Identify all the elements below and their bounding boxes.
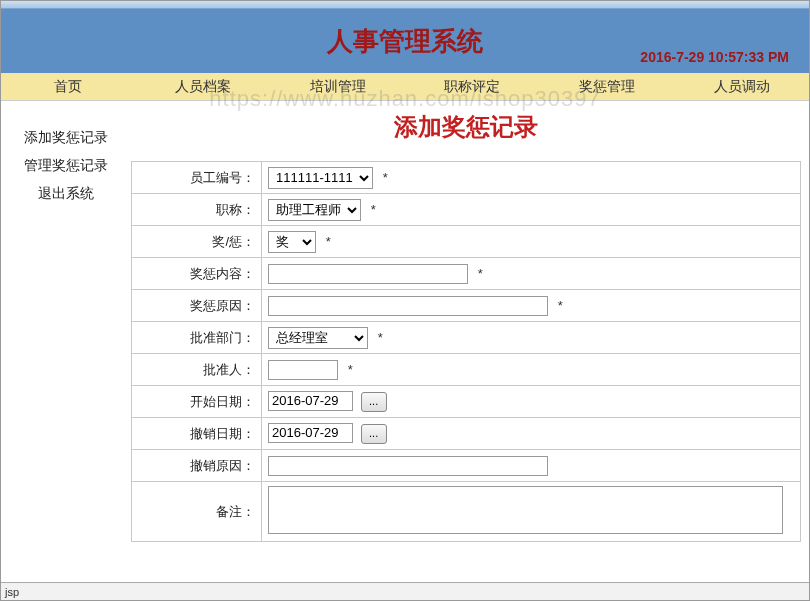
nav-personnel[interactable]: 人员档案 <box>136 78 271 96</box>
form-table: 员工编号： 111111-1111 * 职称： 助理工程师 * <box>131 161 801 542</box>
nav-transfer[interactable]: 人员调动 <box>674 78 809 96</box>
required-mark: * <box>371 202 376 217</box>
select-employee-id[interactable]: 111111-1111 <box>268 167 373 189</box>
required-mark: * <box>383 170 388 185</box>
label-title: 职称： <box>132 194 262 226</box>
input-reason[interactable] <box>268 296 548 316</box>
date-picker-button[interactable]: ... <box>361 392 387 412</box>
status-text: jsp <box>5 586 19 598</box>
select-dept[interactable]: 总经理室 <box>268 327 368 349</box>
status-bar: jsp <box>1 582 809 600</box>
label-content: 奖惩内容： <box>132 258 262 290</box>
sidebar-item-exit[interactable]: 退出系统 <box>1 185 131 203</box>
sidebar-item-manage[interactable]: 管理奖惩记录 <box>1 157 131 175</box>
label-start-date: 开始日期： <box>132 386 262 418</box>
nav-training[interactable]: 培训管理 <box>270 78 405 96</box>
label-approver: 批准人： <box>132 354 262 386</box>
page-title: 添加奖惩记录 <box>131 111 801 143</box>
input-revoke-reason[interactable] <box>268 456 548 476</box>
required-mark: * <box>478 266 483 281</box>
main-nav: 首页 人员档案 培训管理 职称评定 奖惩管理 人员调动 <box>1 73 809 101</box>
textarea-remark[interactable] <box>268 486 783 534</box>
select-title[interactable]: 助理工程师 <box>268 199 361 221</box>
app-header: 人事管理系统 2016-7-29 10:57:33 PM <box>1 9 809 73</box>
label-dept: 批准部门： <box>132 322 262 354</box>
select-reward-type[interactable]: 奖 <box>268 231 316 253</box>
input-revoke-date[interactable] <box>268 423 353 443</box>
nav-home[interactable]: 首页 <box>1 78 136 96</box>
nav-title-eval[interactable]: 职称评定 <box>405 78 540 96</box>
body-row: 添加奖惩记录 管理奖惩记录 退出系统 添加奖惩记录 员工编号： 111111-1… <box>1 101 809 582</box>
header-timestamp: 2016-7-29 10:57:33 PM <box>640 49 789 65</box>
label-revoke-date: 撤销日期： <box>132 418 262 450</box>
app-title: 人事管理系统 <box>327 24 483 59</box>
app-window: 人事管理系统 2016-7-29 10:57:33 PM 首页 人员档案 培训管… <box>0 0 810 601</box>
window-titlebar <box>1 1 809 9</box>
label-reason: 奖惩原因： <box>132 290 262 322</box>
label-employee-id: 员工编号： <box>132 162 262 194</box>
nav-reward[interactable]: 奖惩管理 <box>540 78 675 96</box>
main-panel: 添加奖惩记录 员工编号： 111111-1111 * 职称： 助理工程师 * <box>131 101 809 582</box>
required-mark: * <box>326 234 331 249</box>
input-approver[interactable] <box>268 360 338 380</box>
label-revoke-reason: 撤销原因： <box>132 450 262 482</box>
date-picker-button[interactable]: ... <box>361 424 387 444</box>
required-mark: * <box>348 362 353 377</box>
sidebar-item-add[interactable]: 添加奖惩记录 <box>1 129 131 147</box>
input-start-date[interactable] <box>268 391 353 411</box>
required-mark: * <box>378 330 383 345</box>
content-area: 人事管理系统 2016-7-29 10:57:33 PM 首页 人员档案 培训管… <box>1 1 809 582</box>
label-reward-type: 奖/惩： <box>132 226 262 258</box>
required-mark: * <box>558 298 563 313</box>
sidebar: 添加奖惩记录 管理奖惩记录 退出系统 <box>1 101 131 582</box>
input-content[interactable] <box>268 264 468 284</box>
label-remark: 备注： <box>132 482 262 542</box>
